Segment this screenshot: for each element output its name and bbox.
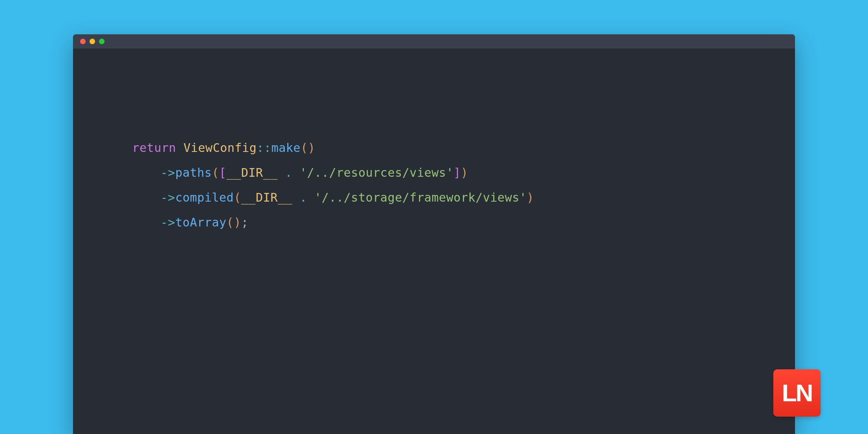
code-token: '/../storage/framework/views'	[314, 191, 527, 204]
code-token: )	[308, 141, 316, 155]
window-titlebar	[73, 34, 795, 49]
code-token: ->	[161, 191, 175, 204]
code-token: '/../resources/views'	[300, 166, 454, 180]
code-token	[176, 141, 183, 155]
code-token: (	[234, 191, 241, 204]
code-line: ->paths([__DIR__ . '/../resources/views'…	[132, 160, 795, 185]
code-token: paths	[175, 166, 212, 180]
code-token	[278, 166, 285, 180]
code-token: ;	[241, 215, 249, 229]
code-token: .	[285, 166, 293, 180]
brand-logo: LN	[773, 369, 821, 417]
code-line: return ViewConfig::make()	[132, 135, 795, 160]
code-token	[307, 191, 314, 204]
code-token	[292, 191, 300, 204]
code-token: compiled	[175, 191, 234, 204]
code-token	[292, 166, 300, 180]
code-token: (	[301, 141, 308, 155]
code-token: ::	[257, 141, 271, 155]
window-maximize-icon[interactable]	[99, 39, 105, 44]
code-token: [	[219, 166, 227, 180]
code-token: .	[300, 191, 307, 204]
code-token: ->	[161, 215, 175, 229]
code-editor[interactable]: return ViewConfig::make()->paths([__DIR_…	[73, 49, 795, 235]
code-token: toArray	[175, 215, 226, 229]
code-token: (	[226, 215, 234, 229]
code-line: ->toArray();	[132, 210, 795, 235]
window-minimize-icon[interactable]	[90, 39, 95, 44]
brand-logo-text: LN	[782, 381, 812, 405]
code-token: )	[461, 166, 468, 180]
code-token: return	[132, 141, 176, 155]
code-token: __DIR__	[226, 166, 278, 180]
code-token: ]	[453, 166, 461, 180]
window-close-icon[interactable]	[80, 39, 86, 44]
code-token: ViewConfig	[183, 141, 257, 155]
code-token: )	[234, 215, 241, 229]
code-token: )	[527, 191, 534, 204]
code-token: __DIR__	[241, 191, 292, 204]
code-token: ->	[161, 166, 175, 180]
code-token: make	[271, 141, 301, 155]
code-line: ->compiled(__DIR__ . '/../storage/framew…	[132, 185, 795, 210]
code-token: (	[212, 166, 219, 180]
editor-window: return ViewConfig::make()->paths([__DIR_…	[73, 34, 795, 434]
